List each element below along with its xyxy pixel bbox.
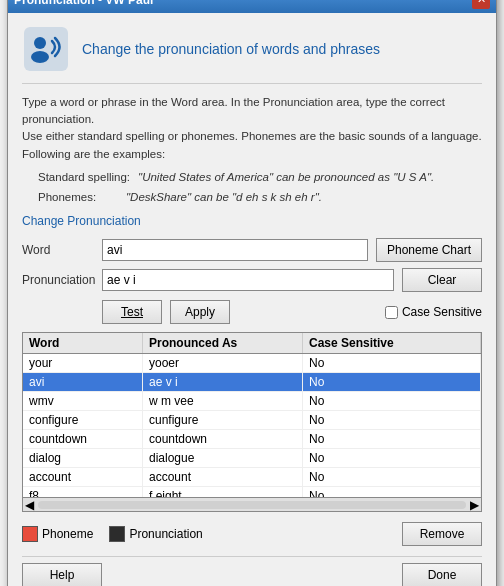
cell-pronounced: f eight xyxy=(143,487,303,497)
cell-word: f8 xyxy=(23,487,143,497)
header-section: Change the pronunciation of words and ph… xyxy=(22,25,482,84)
cell-pronounced: yooer xyxy=(143,354,303,372)
cell-case: No xyxy=(303,392,481,410)
cell-pronounced: dialogue xyxy=(143,449,303,467)
word-row: Word Phoneme Chart xyxy=(22,238,482,262)
cell-word: account xyxy=(23,468,143,486)
bottom-row: Help Done xyxy=(22,556,482,586)
title-bar: Pronunciation - VW Paul ✕ xyxy=(8,0,496,13)
svg-point-1 xyxy=(34,37,46,49)
examples-block: Standard spelling: "United States of Ame… xyxy=(38,169,482,207)
cell-pronounced: ae v i xyxy=(143,373,303,391)
table-header: Word Pronounced As Case Sensitive xyxy=(23,333,481,354)
table-row[interactable]: wmv w m vee No xyxy=(23,392,481,411)
cell-case: No xyxy=(303,487,481,497)
word-label: Word xyxy=(22,243,102,257)
test-button[interactable]: Test xyxy=(102,300,162,324)
cell-word: avi xyxy=(23,373,143,391)
example-phonemes-text: "DeskShare" can be "d eh s k sh eh r". xyxy=(126,189,322,206)
dialog-content: Change the pronunciation of words and ph… xyxy=(8,13,496,586)
cell-word: dialog xyxy=(23,449,143,467)
cell-word: configure xyxy=(23,411,143,429)
example-phonemes-label: Phonemes: xyxy=(38,189,118,206)
cell-case: No xyxy=(303,373,481,391)
window-title: Pronunciation - VW Paul xyxy=(14,0,153,7)
table-row[interactable]: countdown countdown No xyxy=(23,430,481,449)
table-row[interactable]: configure cunfigure No xyxy=(23,411,481,430)
example-standard-row: Standard spelling: "United States of Ame… xyxy=(38,169,482,186)
example-standard-label: Standard spelling: xyxy=(38,169,130,186)
speaker-icon xyxy=(22,25,70,73)
help-button[interactable]: Help xyxy=(22,563,102,586)
col-header-pronounced: Pronounced As xyxy=(143,333,303,353)
case-sensitive-checkbox-label[interactable]: Case Sensitive xyxy=(385,305,482,319)
cell-pronounced: cunfigure xyxy=(143,411,303,429)
desc-line2: Use either standard spelling or phonemes… xyxy=(22,128,482,145)
cell-pronounced: w m vee xyxy=(143,392,303,410)
pronunciation-swatch xyxy=(109,526,125,542)
done-button[interactable]: Done xyxy=(402,563,482,586)
desc-line1: Type a word or phrase in the Word area. … xyxy=(22,94,482,129)
col-header-word: Word xyxy=(23,333,143,353)
cell-case: No xyxy=(303,411,481,429)
pronunciation-table: Word Pronounced As Case Sensitive your y… xyxy=(22,332,482,512)
phoneme-swatch xyxy=(22,526,38,542)
action-buttons: Test Apply xyxy=(102,300,230,324)
table-row[interactable]: avi ae v i No xyxy=(23,373,481,392)
cell-case: No xyxy=(303,430,481,448)
horizontal-scrollbar[interactable]: ◀ ▶ xyxy=(23,497,481,511)
legend-phoneme: Phoneme xyxy=(22,526,93,542)
action-row: Test Apply Case Sensitive xyxy=(22,300,482,324)
change-pronunciation-link[interactable]: Change Pronunciation xyxy=(22,214,141,228)
col-header-case: Case Sensitive xyxy=(303,333,481,353)
cell-case: No xyxy=(303,354,481,372)
svg-point-2 xyxy=(31,51,49,63)
legend-pronunciation: Pronunciation xyxy=(109,526,202,542)
description-section: Type a word or phrase in the Word area. … xyxy=(22,94,482,207)
pronunciation-row: Pronunciation Clear xyxy=(22,268,482,292)
table-row[interactable]: account account No xyxy=(23,468,481,487)
case-sensitive-checkbox[interactable] xyxy=(385,306,398,319)
example-standard-text: "United States of America" can be pronou… xyxy=(138,169,434,186)
cell-word: your xyxy=(23,354,143,372)
cell-pronounced: account xyxy=(143,468,303,486)
pronunciation-input[interactable] xyxy=(102,269,394,291)
pronunciation-label: Pronunciation xyxy=(22,273,102,287)
header-title: Change the pronunciation of words and ph… xyxy=(82,41,380,57)
word-input[interactable] xyxy=(102,239,368,261)
cell-word: wmv xyxy=(23,392,143,410)
pronunciation-legend-label: Pronunciation xyxy=(129,527,202,541)
svg-rect-0 xyxy=(24,27,68,71)
legend-section: Phoneme Pronunciation xyxy=(22,520,203,548)
cell-pronounced: countdown xyxy=(143,430,303,448)
apply-button[interactable]: Apply xyxy=(170,300,230,324)
clear-button[interactable]: Clear xyxy=(402,268,482,292)
cell-case: No xyxy=(303,468,481,486)
hscroll-track xyxy=(38,501,466,509)
close-button[interactable]: ✕ xyxy=(472,0,490,9)
form-section: Word Phoneme Chart Pronunciation Clear xyxy=(22,238,482,292)
cell-case: No xyxy=(303,449,481,467)
table-row[interactable]: dialog dialogue No xyxy=(23,449,481,468)
table-row[interactable]: your yooer No xyxy=(23,354,481,373)
phoneme-label: Phoneme xyxy=(42,527,93,541)
remove-button[interactable]: Remove xyxy=(402,522,482,546)
example-phonemes-row: Phonemes: "DeskShare" can be "d eh s k s… xyxy=(38,189,482,206)
main-window: Pronunciation - VW Paul ✕ Change the pro… xyxy=(7,0,497,586)
table-row[interactable]: f8 f eight No xyxy=(23,487,481,497)
case-sensitive-label: Case Sensitive xyxy=(402,305,482,319)
desc-line3: Following are the examples: xyxy=(22,146,482,163)
phoneme-chart-button[interactable]: Phoneme Chart xyxy=(376,238,482,262)
table-body: your yooer No avi ae v i No wmv w m vee … xyxy=(23,354,481,497)
cell-word: countdown xyxy=(23,430,143,448)
